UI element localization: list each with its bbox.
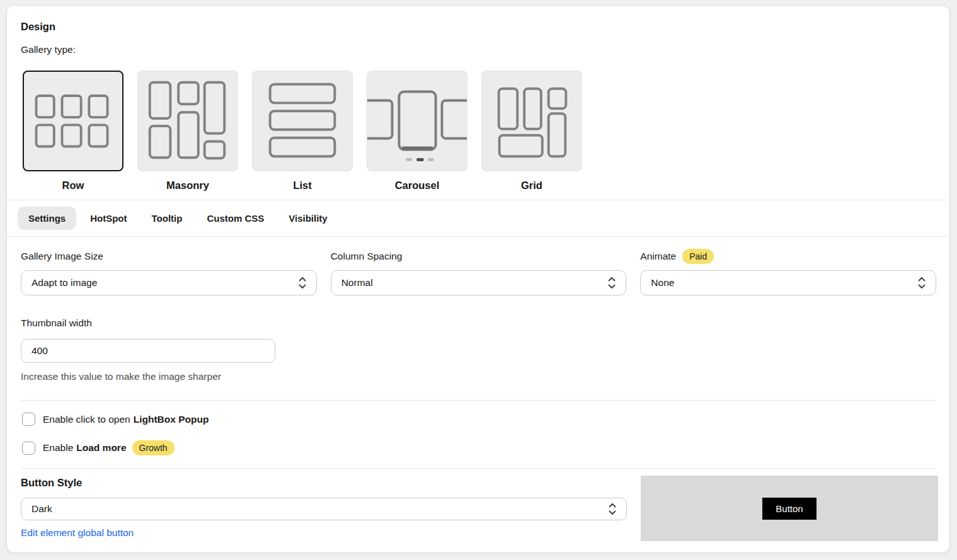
tile-label: Row bbox=[62, 180, 84, 191]
lightbox-checkbox-label: Enable click to open LightBox Popup bbox=[43, 414, 209, 425]
column-spacing-value: Normal bbox=[341, 277, 373, 289]
settings-tab-bar: Settings HotSpot Tooltip Custom CSS Visi… bbox=[18, 205, 338, 231]
gallery-type-row-option[interactable] bbox=[23, 71, 123, 171]
tab-visibility[interactable]: Visibility bbox=[278, 207, 338, 230]
preview-button: Button bbox=[762, 498, 816, 520]
load-more-checkbox-label: Enable Load more Growth bbox=[43, 440, 175, 455]
edit-global-button-link[interactable]: Edit element global button bbox=[21, 527, 134, 539]
animate-value: None bbox=[651, 277, 674, 289]
load-more-checkbox[interactable] bbox=[22, 442, 35, 455]
gallery-type-label: Gallery type: bbox=[21, 44, 76, 55]
divider bbox=[21, 400, 936, 401]
gallery-image-size-field: Gallery Image Size Adapt to image bbox=[21, 249, 317, 295]
lightbox-checkbox-row: Enable click to open LightBox Popup bbox=[22, 413, 209, 426]
thumbnail-width-label: Thumbnail width bbox=[21, 317, 275, 330]
tile-label: Grid bbox=[521, 180, 542, 191]
tile-label: List bbox=[293, 180, 311, 191]
button-style-section: Button Style Dark Edit element global bu… bbox=[21, 477, 627, 539]
growth-badge: Growth bbox=[132, 440, 175, 455]
gallery-image-size-label: Gallery Image Size bbox=[21, 249, 317, 263]
lightbox-checkbox[interactable] bbox=[22, 413, 35, 426]
grid-layout-icon bbox=[482, 71, 582, 171]
column-spacing-field: Column Spacing Normal bbox=[331, 249, 627, 295]
row-layout-icon bbox=[24, 72, 122, 170]
design-settings-panel: Design Gallery type: Row bbox=[6, 5, 950, 553]
thumbnail-width-input[interactable] bbox=[21, 339, 275, 363]
gallery-type-grid-option[interactable] bbox=[481, 71, 582, 171]
tile-label: Masonry bbox=[166, 180, 209, 191]
gallery-type-masonry: Masonry bbox=[137, 71, 238, 191]
carousel-layout-icon bbox=[367, 71, 467, 171]
animate-select[interactable]: None bbox=[640, 270, 936, 295]
paid-badge: Paid bbox=[682, 249, 714, 264]
divider bbox=[21, 468, 936, 469]
animate-label: Animate bbox=[640, 251, 676, 262]
gallery-type-masonry-option[interactable] bbox=[137, 71, 238, 171]
divider bbox=[7, 200, 949, 200]
tile-label: Carousel bbox=[395, 180, 440, 191]
design-heading: Design bbox=[21, 21, 55, 33]
gallery-type-carousel-option[interactable] bbox=[367, 71, 467, 171]
tab-tooltip[interactable]: Tooltip bbox=[141, 207, 193, 230]
chevron-updown-icon bbox=[298, 276, 307, 290]
tab-custom-css[interactable]: Custom CSS bbox=[196, 207, 275, 230]
chevron-updown-icon bbox=[917, 276, 926, 290]
gallery-options-row: Gallery Image Size Adapt to image Column… bbox=[21, 249, 936, 295]
list-layout-icon bbox=[253, 71, 352, 171]
chevron-updown-icon bbox=[608, 502, 617, 516]
gallery-image-size-value: Adapt to image bbox=[32, 277, 97, 289]
button-style-label: Button Style bbox=[21, 477, 627, 490]
gallery-type-carousel: Carousel bbox=[367, 71, 467, 191]
masonry-layout-icon bbox=[138, 71, 238, 171]
button-style-select[interactable]: Dark bbox=[21, 498, 627, 520]
gallery-type-list-option[interactable] bbox=[252, 71, 353, 171]
gallery-image-size-select[interactable]: Adapt to image bbox=[21, 270, 317, 295]
column-spacing-label: Column Spacing bbox=[331, 249, 627, 263]
animate-label-row: Animate Paid bbox=[640, 249, 936, 263]
thumbnail-width-help: Increase this value to make the image sh… bbox=[21, 371, 275, 382]
tab-settings[interactable]: Settings bbox=[18, 207, 76, 230]
column-spacing-select[interactable]: Normal bbox=[331, 270, 627, 295]
thumbnail-width-field: Thumbnail width Increase this value to m… bbox=[21, 317, 275, 382]
button-style-preview: Button bbox=[641, 476, 938, 541]
tab-hotspot[interactable]: HotSpot bbox=[79, 207, 137, 230]
gallery-type-row: Row bbox=[23, 71, 123, 191]
gallery-type-picker: Row Masonry bbox=[23, 71, 582, 191]
animate-field: Animate Paid None bbox=[640, 249, 936, 295]
load-more-checkbox-row: Enable Load more Growth bbox=[22, 440, 175, 455]
gallery-type-list: List bbox=[252, 71, 353, 191]
gallery-type-grid: Grid bbox=[481, 71, 582, 191]
button-style-value: Dark bbox=[32, 503, 52, 515]
divider bbox=[7, 236, 949, 237]
chevron-updown-icon bbox=[607, 276, 616, 290]
